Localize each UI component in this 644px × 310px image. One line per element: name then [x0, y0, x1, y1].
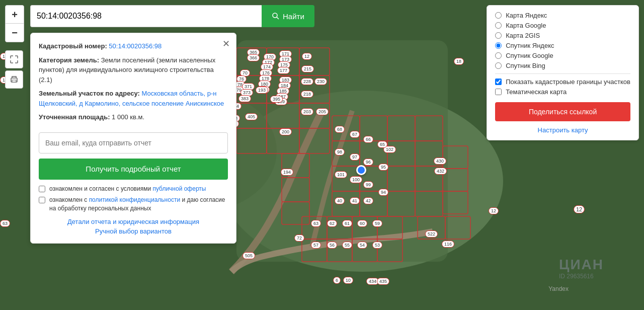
parcel-badge: 12 [302, 53, 312, 60]
checkbox-terms[interactable] [39, 186, 45, 192]
svg-rect-35 [377, 216, 403, 239]
svg-rect-22 [387, 141, 415, 166]
parcel-badge: 430 [434, 158, 446, 165]
parcel-badge: 218 [301, 91, 313, 98]
close-button[interactable]: ✕ [222, 38, 230, 49]
parcel-badge: 59 [372, 220, 382, 227]
cian-watermark: ЦИАН ID 29635616 [559, 257, 604, 280]
address-row: Земельный участок по адресу: Московская … [39, 89, 228, 108]
parcel-badge: 194 [281, 169, 293, 176]
svg-rect-40 [443, 146, 468, 169]
parcel-badge: 97 [350, 153, 360, 161]
svg-rect-31 [415, 191, 443, 216]
zoom-out-button[interactable]: − [6, 24, 24, 42]
parcel-badge: 205 [316, 108, 329, 115]
privacy-link[interactable]: политикой конфиденциальности [89, 196, 180, 203]
checkbox-thematic-row[interactable]: Тематическая карта [495, 88, 630, 96]
radio-2gis-map[interactable]: Карта 2GIS [495, 32, 630, 39]
parcel-badge: 53 [372, 242, 382, 249]
print-button[interactable] [5, 70, 23, 89]
parcel-badge: 67 [350, 131, 360, 138]
layers-panel: Карта Яндекс Карта Google Карта 2GIS Спу… [487, 5, 639, 140]
parcel-badge: 41 [350, 197, 360, 204]
settings-link[interactable]: Настроить карту [495, 126, 630, 134]
checkbox-privacy[interactable] [39, 197, 45, 203]
radio-yandex-map[interactable]: Карта Яндекс [495, 12, 630, 19]
parcel-badge: 203 [301, 108, 313, 115]
share-button[interactable]: Поделиться ссылкой [495, 102, 630, 121]
parcel-badge: 57 [311, 242, 321, 249]
parcel-badge: 366 [247, 54, 260, 61]
checkbox-terms-row: ознакомлен и согласен с условиями публич… [39, 185, 228, 193]
side-controls [5, 50, 23, 89]
svg-rect-53 [12, 80, 16, 82]
radio-google-sat[interactable]: Спутник Google [495, 52, 630, 59]
radio-yandex-map-input[interactable] [495, 12, 502, 19]
parcel-badge: 100 [350, 176, 362, 183]
radio-google-map[interactable]: Карта Google [495, 22, 630, 29]
parcel-badge: 435 [377, 278, 389, 285]
parcel-badge: 60 [357, 220, 367, 227]
checkbox-cadastral-row[interactable]: Показать кадастровые границы участков [495, 78, 630, 86]
map-marker [356, 165, 366, 175]
parcel-badge: 63 [0, 220, 10, 227]
parcel-badge: 54 [357, 242, 367, 249]
report-button[interactable]: Получить подробный отчет [39, 159, 228, 180]
parcel-badge: 55 [342, 242, 352, 249]
terms-link[interactable]: публичной оферты [152, 185, 206, 192]
parcel-badge: 116 [442, 241, 454, 248]
parcel-badge: 193 [256, 87, 268, 94]
fullscreen-button[interactable] [5, 50, 23, 68]
checkbox-cadastral-input[interactable] [495, 79, 502, 85]
radio-2gis-map-input[interactable] [495, 32, 502, 39]
parcel-badge: 72 [294, 235, 304, 242]
parcel-badge: 215 [301, 65, 314, 72]
parcel-badge: 505 [243, 252, 255, 259]
parcel-badge: 61 [342, 220, 352, 227]
radio-yandex-sat[interactable]: Спутник Яндекс [495, 42, 630, 49]
parcel-badge: 432 [434, 168, 447, 175]
bottom-links: Детали отчета и юридическая информация Р… [39, 218, 228, 235]
radio-google-sat-input[interactable] [495, 52, 502, 59]
parcel-badge: 383 [238, 95, 251, 102]
divider [495, 73, 630, 74]
parcel-badge: 10 [343, 277, 353, 284]
parcel-badge: 12 [489, 207, 499, 214]
svg-rect-18 [387, 116, 415, 141]
parcel-badge: 6 [333, 277, 341, 284]
parcel-badge: 42 [363, 197, 373, 204]
search-bar: Найти [30, 5, 314, 27]
parcel-badge: 18 [454, 58, 464, 65]
svg-rect-15 [299, 128, 330, 153]
search-input[interactable] [30, 5, 262, 27]
cadastral-row: Кадастровый номер: 50:14:0020356:98 [39, 41, 228, 51]
parcel-badge: 62 [327, 220, 337, 227]
parcel-badge: 177 [277, 67, 290, 74]
checkbox-thematic-input[interactable] [495, 89, 502, 95]
cadastral-link[interactable]: 50:14:0020356:98 [109, 42, 162, 50]
yandex-watermark: Yandex [548, 285, 569, 292]
email-input[interactable] [39, 132, 228, 153]
area-row: Уточненная площадь: 1 000 кв.м. [39, 112, 228, 122]
parcel-badge: 98 [335, 148, 345, 156]
radio-google-map-input[interactable] [495, 22, 502, 29]
parcel-badge: 405 [245, 113, 258, 120]
radio-yandex-sat-input[interactable] [495, 42, 502, 49]
parcel-badge: 395 [270, 96, 283, 103]
zoom-in-button[interactable]: + [6, 6, 24, 24]
radio-bing-sat-input[interactable] [495, 62, 502, 69]
svg-rect-13 [236, 128, 267, 153]
radio-bing-sat[interactable]: Спутник Bing [495, 62, 630, 69]
parcel-badge: 200 [279, 128, 292, 135]
details-link[interactable]: Детали отчета и юридическая информация [39, 218, 228, 225]
parcel-badge: 96 [363, 159, 373, 166]
parcel-badge: 68 [335, 126, 345, 133]
parcel-badge: 522 [425, 230, 438, 238]
parcel-badge: 40 [335, 197, 345, 204]
svg-rect-26 [387, 166, 415, 191]
manual-link[interactable]: Ручной выбор вариантов [39, 227, 228, 235]
svg-rect-44 [445, 216, 470, 239]
svg-rect-51 [282, 202, 309, 224]
search-button[interactable]: Найти [262, 5, 314, 27]
zoom-controls: + − [5, 5, 24, 42]
